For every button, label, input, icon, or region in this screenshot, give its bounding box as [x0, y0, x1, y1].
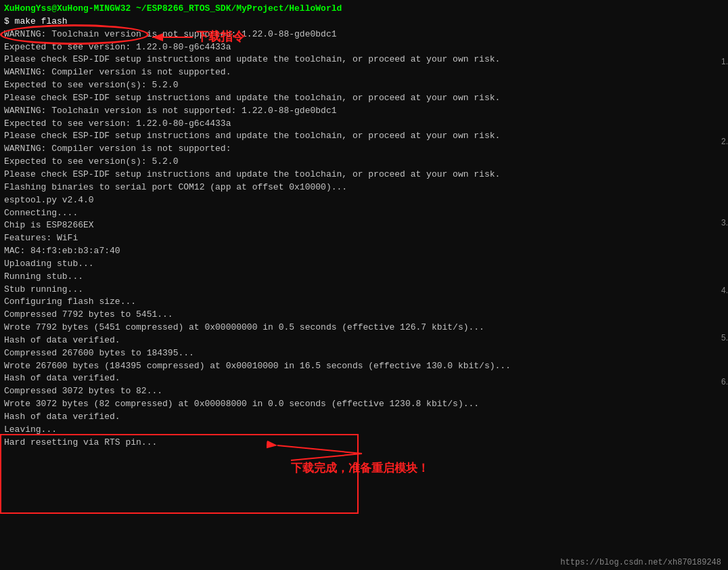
url-label: https://blog.csdn.net/xh870189248: [560, 558, 721, 567]
terminal-output: WARNING: Toolchain version is not suppor…: [4, 28, 724, 450]
terminal-command: $ make flash: [4, 16, 724, 28]
terminal-line: Please check ESP-IDF setup instructions …: [4, 169, 724, 181]
terminal-line: Connecting....: [4, 207, 724, 220]
terminal-line: MAC: 84:f3:eb:b3:a7:40: [4, 245, 724, 258]
download-done-annotation: 下载完成，准备重启模块！: [291, 460, 429, 476]
terminal-prompt: XuHongYss@XuHong-MINGW32 ~/ESP8266_RTOS_…: [4, 3, 724, 16]
terminal-line: Running stub...: [4, 271, 724, 284]
terminal-line: Configuring flash size...: [4, 296, 724, 309]
terminal-line: Please check ESP-IDF setup instructions …: [4, 130, 724, 143]
terminal-line: Features: WiFi: [4, 232, 724, 245]
terminal-line: Hash of data verified.: [4, 411, 724, 424]
terminal-line: Compressed 3072 bytes to 82...: [4, 385, 724, 398]
terminal-line: Hash of data verified.: [4, 372, 724, 385]
terminal-line: Wrote 7792 bytes (5451 compressed) at 0x…: [4, 322, 724, 334]
terminal-line: Compressed 7792 bytes to 5451...: [4, 309, 724, 322]
terminal-line: WARNING: Toolchain version is not suppor…: [4, 28, 724, 41]
terminal-line: WARNING: Toolchain version is not suppor…: [4, 105, 724, 118]
terminal-line: Chip is ESP8266EX: [4, 219, 724, 232]
terminal-line: Expected to see version(s): 5.2.0: [4, 156, 724, 169]
terminal-line: Hash of data verified.: [4, 334, 724, 347]
terminal-line: Please check ESP-IDF setup instructions …: [4, 92, 724, 105]
terminal-line: Please check ESP-IDF setup instructions …: [4, 53, 724, 66]
terminal-line: WARNING: Compiler version is not support…: [4, 143, 724, 156]
terminal-window: XuHongYss@XuHong-MINGW32 ~/ESP8266_RTOS_…: [0, 0, 728, 570]
terminal-line: WARNING: Compiler version is not support…: [4, 66, 724, 79]
terminal-line: Stub running...: [4, 284, 724, 297]
svg-line-3: [291, 454, 362, 460]
terminal-line: Wrote 267600 bytes (184395 compressed) a…: [4, 360, 724, 373]
terminal-line: Flashing binaries to serial port COM12 (…: [4, 181, 724, 194]
terminal-line: Expected to see version: 1.22.0-80-g6c44…: [4, 41, 724, 54]
terminal-line: Uploading stub...: [4, 258, 724, 271]
terminal-line: Expected to see version: 1.22.0-80-g6c44…: [4, 118, 724, 131]
terminal-line: Compressed 267600 bytes to 184395...: [4, 347, 724, 360]
terminal-line: Expected to see version(s): 5.2.0: [4, 79, 724, 92]
terminal-line: Leaving...: [4, 424, 724, 437]
terminal-line: Wrote 3072 bytes (82 compressed) at 0x00…: [4, 398, 724, 411]
terminal-line: esptool.py v2.4.0: [4, 194, 724, 207]
terminal-line: Hard resetting via RTS pin...: [4, 437, 724, 450]
